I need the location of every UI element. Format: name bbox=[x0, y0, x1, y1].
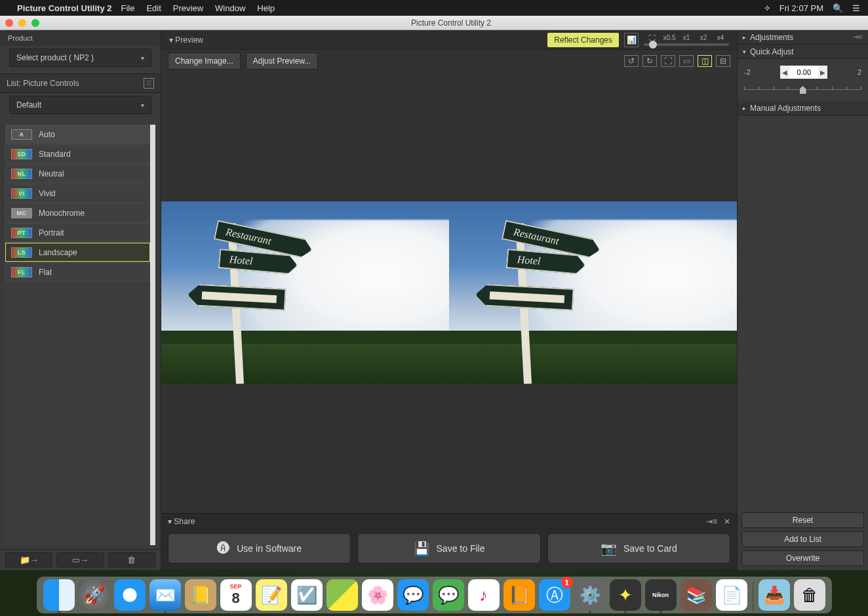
use-in-software-button[interactable]: 🅐Use in Software bbox=[168, 533, 351, 564]
histogram-icon[interactable]: 📊 bbox=[624, 33, 639, 47]
preview-canvas: Restaurant Hotel Restaurant Hotel bbox=[161, 72, 737, 513]
dock-picture-control-icon[interactable]: Nikon bbox=[645, 579, 677, 611]
stacked-view-icon[interactable]: ⊟ bbox=[716, 55, 730, 67]
picture-control-list[interactable]: A Auto SD Standard NL Neutral VI Vivid M… bbox=[5, 125, 155, 545]
minimize-window-button[interactable] bbox=[18, 19, 26, 27]
product-select[interactable]: Select product ( NP2 ) bbox=[9, 49, 151, 67]
spotlight-icon[interactable]: 🔍 bbox=[833, 3, 843, 13]
dock-textedit-icon[interactable]: 📄 bbox=[716, 579, 747, 611]
dock-contacts-icon[interactable]: 📒 bbox=[185, 579, 216, 611]
pc-item-landscape[interactable]: LS Landscape bbox=[5, 243, 150, 262]
dock-ibooks-icon[interactable]: 📙 bbox=[503, 579, 535, 611]
pc-item-monochrome[interactable]: MC Monochrome bbox=[5, 203, 150, 222]
dock-appstore-icon[interactable]: Ⓐ1 bbox=[539, 579, 570, 611]
manual-adjustments-header[interactable]: ▸Manual Adjustments bbox=[738, 101, 868, 115]
pc-swatch-icon: A bbox=[11, 129, 32, 140]
pc-swatch-icon: FL bbox=[11, 267, 32, 277]
fit-icon: ⛶ bbox=[644, 34, 660, 41]
macos-menubar: Picture Control Utility 2 File Edit Prev… bbox=[0, 0, 868, 16]
share-close-icon[interactable]: ✕ bbox=[724, 517, 730, 526]
menu-window[interactable]: Window bbox=[215, 3, 245, 13]
app-menu[interactable]: Picture Control Utility 2 bbox=[17, 3, 111, 13]
dock-app-icon[interactable]: 📚 bbox=[681, 579, 712, 611]
adjustments-header[interactable]: ▸Adjustments⇥≡ bbox=[738, 30, 868, 45]
dock-trash-icon[interactable]: 🗑 bbox=[794, 579, 825, 611]
appstore-badge: 1 bbox=[561, 577, 573, 588]
dock-safari-icon[interactable] bbox=[114, 579, 146, 611]
zoom-level-label: x1 bbox=[679, 34, 694, 41]
preview-dropdown[interactable]: ▾ Preview bbox=[169, 35, 203, 45]
qa-decrement-icon[interactable]: ◀ bbox=[780, 66, 789, 79]
qa-slider[interactable] bbox=[744, 85, 861, 94]
rename-button[interactable]: ▭→ bbox=[56, 552, 104, 567]
zoom-level-label: x2 bbox=[696, 34, 711, 41]
adjustments-label: Adjustments bbox=[750, 33, 793, 42]
add-to-list-button[interactable]: Add to List bbox=[741, 531, 864, 547]
menu-edit[interactable]: Edit bbox=[146, 3, 161, 13]
dock-messages-icon[interactable]: 💬 bbox=[397, 579, 429, 611]
cal-month: SEP bbox=[229, 583, 241, 590]
list-view-toggle-icon[interactable]: ☷ bbox=[144, 78, 154, 89]
rotate-cw-icon[interactable]: ↻ bbox=[642, 55, 657, 67]
dock-reminders-icon[interactable]: ☑️ bbox=[291, 579, 323, 611]
dock-notes-icon[interactable]: 📝 bbox=[256, 579, 287, 611]
save-to-file-button[interactable]: 💾Save to File bbox=[357, 533, 540, 564]
reflect-changes-button[interactable]: Reflect Changes bbox=[547, 33, 619, 47]
app-icon: 🅐 bbox=[217, 541, 230, 556]
dock-launchpad-icon[interactable]: 🚀 bbox=[79, 579, 110, 611]
dock-capture-nx-icon[interactable]: ✦ bbox=[610, 579, 641, 611]
dock-system-preferences-icon[interactable]: ⚙️ bbox=[574, 579, 606, 611]
import-button[interactable]: 📁→ bbox=[5, 552, 52, 567]
close-window-button[interactable] bbox=[5, 19, 13, 27]
pc-item-label: Portrait bbox=[39, 228, 64, 237]
dock-facetime-icon[interactable]: 💬 bbox=[433, 579, 464, 611]
pc-swatch-icon: VI bbox=[11, 188, 32, 199]
share-pin-icon[interactable]: ⇥≡ bbox=[706, 517, 717, 526]
compare-view-icon[interactable]: ◫ bbox=[698, 55, 712, 67]
zoom-control[interactable]: ⛶ x0.5 x1 x2 x4 bbox=[644, 34, 729, 46]
dock-itunes-icon[interactable]: ♪ bbox=[468, 579, 500, 611]
share-btn-label: Save to File bbox=[437, 543, 485, 554]
pc-item-standard[interactable]: SD Standard bbox=[5, 144, 150, 163]
qa-max-label: 2 bbox=[858, 68, 861, 76]
fullscreen-icon[interactable]: ⛶ bbox=[661, 55, 675, 67]
zoom-level-label: x4 bbox=[713, 34, 728, 41]
menu-help[interactable]: Help bbox=[257, 3, 275, 13]
dock-pc-label: Nikon bbox=[652, 592, 669, 598]
overwrite-button[interactable]: Overwrite bbox=[741, 550, 864, 566]
pc-item-neutral[interactable]: NL Neutral bbox=[5, 164, 150, 183]
menu-file[interactable]: File bbox=[121, 3, 134, 13]
dock-photos-icon[interactable]: 🌸 bbox=[362, 579, 393, 611]
status-icon[interactable]: ⟡ bbox=[764, 3, 770, 13]
dock-finder-icon[interactable] bbox=[43, 579, 75, 611]
pc-item-flat[interactable]: FL Flat bbox=[5, 262, 150, 281]
product-select-value: Select product ( NP2 ) bbox=[16, 53, 94, 62]
dock-downloads-icon[interactable]: 📥 bbox=[759, 579, 790, 611]
share-dropdown[interactable]: ▾ Share bbox=[168, 517, 195, 526]
rotate-ccw-icon[interactable]: ↺ bbox=[624, 55, 639, 67]
zoom-window-button[interactable] bbox=[31, 19, 39, 27]
dock-calendar-icon[interactable]: SEP8 bbox=[220, 579, 252, 611]
change-image-button[interactable]: Change Image... bbox=[168, 52, 241, 70]
qa-value-input[interactable] bbox=[789, 66, 818, 79]
dock-maps-icon[interactable] bbox=[326, 579, 358, 611]
pc-item-portrait[interactable]: PT Portrait bbox=[5, 223, 150, 242]
menu-preview[interactable]: Preview bbox=[173, 3, 203, 13]
qa-stepper[interactable]: ◀ ▶ bbox=[780, 66, 827, 79]
save-to-card-button[interactable]: 📷Save to Card bbox=[547, 533, 730, 564]
single-view-icon[interactable]: ▭ bbox=[679, 55, 694, 67]
zoom-slider[interactable] bbox=[644, 43, 729, 46]
pc-item-vivid[interactable]: VI Vivid bbox=[5, 184, 150, 203]
list-icon[interactable]: ☰ bbox=[852, 3, 860, 13]
pin-icon[interactable]: ⇥≡ bbox=[853, 33, 863, 41]
menubar-clock[interactable]: Fri 2:07 PM bbox=[779, 3, 823, 13]
adjust-preview-button[interactable]: Adjust Preview... bbox=[246, 52, 319, 70]
qa-increment-icon[interactable]: ▶ bbox=[818, 66, 827, 79]
delete-button[interactable]: 🗑 bbox=[108, 552, 155, 567]
listset-select[interactable]: Default bbox=[9, 96, 151, 114]
quick-adjust-header[interactable]: ▾Quick Adjust bbox=[738, 45, 868, 59]
pc-swatch-icon: SD bbox=[11, 149, 32, 159]
reset-button[interactable]: Reset bbox=[741, 512, 864, 528]
pc-item-auto[interactable]: A Auto bbox=[5, 125, 150, 144]
dock-mail-icon[interactable]: ✉️ bbox=[149, 579, 181, 611]
